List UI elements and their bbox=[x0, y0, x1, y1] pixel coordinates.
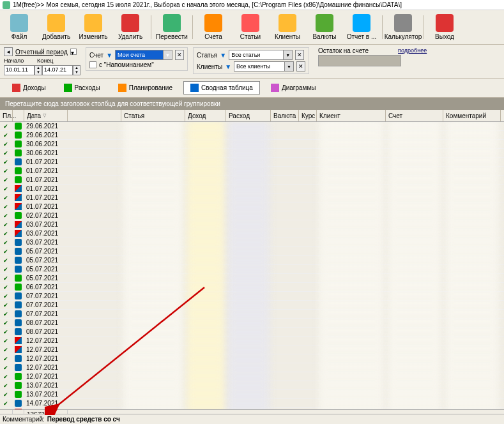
table-row[interactable]: ✔ 12.07.2021 bbox=[0, 354, 504, 363]
clients-combo[interactable]: Все клиенты ▼ bbox=[234, 61, 294, 72]
column-header[interactable]: Валюта bbox=[271, 110, 299, 121]
table-row[interactable]: ✔ 05.07.2021 bbox=[0, 247, 504, 256]
balance-more-link[interactable]: подробнее bbox=[398, 47, 427, 54]
table-row[interactable]: ✔ 30.06.2021 bbox=[0, 149, 504, 158]
table-row[interactable]: ✔ 13.07.2021 bbox=[0, 390, 504, 399]
table-row[interactable]: ✔ 12.07.2021 bbox=[0, 345, 504, 354]
status-bar: Комментарий: Перевод средств со сч bbox=[0, 414, 504, 424]
table-row[interactable]: ✔ 14.07.2021 bbox=[0, 399, 504, 408]
period-label[interactable]: Отчетный период bbox=[15, 49, 68, 56]
check-icon: ✔ bbox=[2, 338, 10, 344]
toolbar-add-button[interactable]: Добавить bbox=[38, 13, 74, 42]
tab-label: Расходы bbox=[75, 84, 100, 91]
end-date-spinner[interactable]: ▲▼ bbox=[73, 65, 80, 75]
table-row[interactable]: ✔ 08.07.2021 bbox=[0, 328, 504, 337]
date-cell: 01.07.2021 bbox=[24, 176, 68, 185]
end-date-input[interactable]: 14.07.21 bbox=[42, 65, 73, 75]
table-row[interactable]: ✔ 01.07.2021 bbox=[0, 176, 504, 185]
chevron-down-icon[interactable]: ▼ bbox=[283, 50, 292, 59]
column-header[interactable]: Расход bbox=[226, 110, 271, 121]
toolbar-calc-button[interactable]: Калькулятор bbox=[385, 13, 421, 42]
table-row[interactable]: ✔ 08.07.2021 bbox=[0, 319, 504, 328]
column-header[interactable]: Пл... bbox=[0, 110, 13, 121]
clients-clear-button[interactable]: ✕ bbox=[296, 61, 305, 72]
tab-pivot[interactable]: Сводная таблица bbox=[183, 81, 260, 95]
table-row[interactable]: ✔ 07.07.2021 bbox=[0, 310, 504, 319]
date-cell: 14.07.2021 bbox=[24, 408, 68, 410]
column-header[interactable]: Статья bbox=[121, 110, 185, 121]
account-clear-button[interactable]: ✕ bbox=[175, 50, 184, 60]
column-header[interactable]: Доход bbox=[185, 110, 226, 121]
balance-group: Остаток на счете подробнее bbox=[318, 47, 427, 66]
check-icon: ✔ bbox=[2, 374, 10, 380]
check-icon: ✔ bbox=[2, 382, 10, 389]
toolbar-file-button[interactable]: Файл bbox=[1, 13, 37, 42]
column-header[interactable]: Комментарий bbox=[443, 110, 501, 121]
table-row[interactable]: ✔ 01.07.2021 bbox=[0, 202, 504, 211]
toolbar-currencies-button[interactable]: Валюты bbox=[307, 13, 342, 42]
toolbar-clients-button[interactable]: Клиенты bbox=[270, 13, 305, 42]
table-row[interactable]: ✔ 03.07.2021 bbox=[0, 220, 504, 229]
toolbar-accounts-button[interactable]: Счета bbox=[195, 13, 231, 42]
tab-planning[interactable]: Планирование bbox=[111, 81, 179, 95]
toolbar-articles-button[interactable]: Статьи bbox=[233, 13, 268, 42]
period-prev-button[interactable]: ◄ bbox=[4, 47, 13, 56]
table-row[interactable]: ✔ 03.07.2021 bbox=[0, 238, 504, 247]
table-row[interactable]: ✔ 01.07.2021 bbox=[0, 158, 504, 167]
table-row[interactable]: ✔ 07.07.2021 bbox=[0, 301, 504, 310]
table-row[interactable]: ✔ 30.06.2021 bbox=[0, 140, 504, 149]
start-date-spinner[interactable]: ▲▼ bbox=[34, 65, 42, 75]
table-row[interactable]: ✔ 03.07.2021 bbox=[0, 229, 504, 238]
tab-expense[interactable]: Расходы bbox=[57, 81, 107, 95]
table-row[interactable]: ✔ 29.06.2021 bbox=[0, 122, 504, 131]
table-row[interactable]: ✔ 14.07.2021 bbox=[0, 408, 504, 409]
currencies-icon bbox=[316, 14, 333, 32]
table-row[interactable]: ✔ 12.07.2021 bbox=[0, 372, 504, 381]
toolbar-report-button[interactable]: Отчет в ... bbox=[344, 13, 379, 42]
period-dropdown-icon[interactable]: ▾ bbox=[70, 49, 77, 55]
file-icon bbox=[10, 14, 28, 32]
column-header[interactable]: Клиент bbox=[317, 110, 386, 121]
grid-body[interactable]: ✔ 29.06.2021 ✔ 29.06.2021 ✔ bbox=[0, 122, 504, 409]
date-cell: 02.07.2021 bbox=[24, 211, 68, 220]
group-by-prompt[interactable]: Перетащите сюда заголовок столбца для со… bbox=[0, 98, 504, 110]
table-row[interactable]: ✔ 01.07.2021 bbox=[0, 167, 504, 176]
toolbar-exit-button[interactable]: Выход bbox=[427, 13, 462, 42]
table-row[interactable]: ✔ 05.07.2021 bbox=[0, 256, 504, 265]
tab-charts[interactable]: Диаграммы bbox=[264, 81, 323, 95]
chevron-down-icon[interactable]: ▼ bbox=[163, 50, 172, 59]
table-row[interactable]: ✔ 13.07.2021 bbox=[0, 381, 504, 390]
column-header[interactable]: Дата▽ bbox=[24, 110, 68, 121]
article-combo[interactable]: Все статьи ▼ bbox=[229, 50, 293, 60]
table-row[interactable]: ✔ 05.07.2021 bbox=[0, 265, 504, 274]
table-row[interactable]: ✔ 02.07.2021 bbox=[0, 211, 504, 220]
calc-icon bbox=[394, 14, 412, 32]
toolbar-delete-button[interactable]: Удалить bbox=[112, 13, 148, 42]
table-row[interactable]: ✔ 12.07.2021 bbox=[0, 363, 504, 372]
accounts-icon bbox=[204, 14, 222, 32]
main-toolbar: Файл Добавить Изменить Удалить Перевести… bbox=[0, 10, 504, 45]
toolbar-label: Счета bbox=[204, 33, 222, 40]
article-clear-button[interactable]: ✕ bbox=[295, 50, 304, 60]
toolbar-transfer-button[interactable]: Перевести bbox=[154, 13, 190, 42]
table-row[interactable]: ✔ 01.07.2021 bbox=[0, 185, 504, 193]
table-row[interactable]: ✔ 07.07.2021 bbox=[0, 292, 504, 301]
table-row[interactable]: ✔ 05.07.2021 bbox=[0, 274, 504, 283]
column-header[interactable]: Счет bbox=[386, 110, 443, 121]
reminder-checkbox[interactable] bbox=[89, 61, 96, 68]
toolbar-edit-button[interactable]: Изменить bbox=[75, 13, 111, 42]
account-combo[interactable]: Мои счета ▼ bbox=[115, 50, 172, 60]
table-row[interactable]: ✔ 29.06.2021 bbox=[0, 131, 504, 140]
column-header[interactable]: Курс bbox=[299, 110, 317, 121]
chevron-down-icon[interactable]: ▼ bbox=[284, 62, 293, 71]
column-header[interactable] bbox=[68, 110, 121, 121]
tab-income[interactable]: Доходы bbox=[5, 81, 53, 95]
check-icon: ✔ bbox=[2, 266, 10, 273]
minus-icon bbox=[15, 257, 22, 264]
table-row[interactable]: ✔ 01.07.2021 bbox=[0, 193, 504, 202]
table-row[interactable]: ✔ 12.07.2021 bbox=[0, 337, 504, 345]
start-date-input[interactable]: 10.01.11 bbox=[4, 65, 34, 75]
column-header[interactable] bbox=[13, 110, 24, 121]
status-label: Комментарий: bbox=[3, 416, 45, 423]
table-row[interactable]: ✔ 06.07.2021 bbox=[0, 283, 504, 292]
